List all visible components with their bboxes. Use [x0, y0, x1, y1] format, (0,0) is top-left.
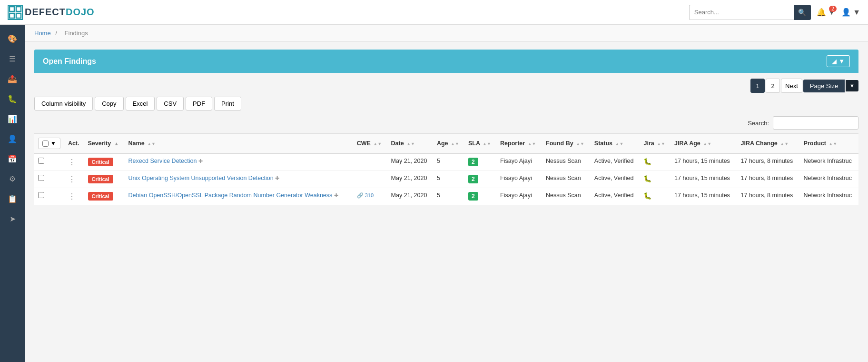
navbar: DEFECTDOJO 🔍 🔔 2 ▼ 👤 ▼	[0, 0, 868, 25]
table-row: ⋮ Critical Rexecd Service Detection ✚ Ma…	[34, 153, 858, 171]
th-sla[interactable]: SLA ▲▼	[464, 134, 496, 154]
th-jira-age[interactable]: JIRA Age ▲▼	[671, 134, 737, 154]
list-icon: ☰	[9, 54, 16, 63]
row-name-cell: Debian OpenSSH/OpenSSL Package Random Nu…	[125, 188, 353, 205]
cwe-link[interactable]: 🔗 310	[357, 192, 374, 198]
finding-name-link[interactable]: Rexecd Service Detection	[128, 158, 197, 164]
sidebar-item-forward[interactable]: ➤	[0, 209, 25, 229]
page-size-button[interactable]: Page Size	[803, 80, 845, 92]
row-found-by-cell: Nessus Scan	[542, 153, 591, 171]
date-sort-icon: ▲▼	[406, 142, 415, 146]
sidebar-item-menu[interactable]: ☰	[0, 49, 25, 69]
csv-button[interactable]: CSV	[157, 97, 184, 111]
search-button[interactable]: 🔍	[794, 5, 811, 20]
finding-name-link[interactable]: Unix Operating System Unsupported Versio…	[128, 175, 274, 181]
row-severity-cell: Critical	[84, 188, 125, 205]
row-reporter-cell: Fisayo Ajayi	[496, 171, 542, 188]
sidebar-item-user[interactable]: 👤	[0, 129, 25, 149]
svg-rect-1	[16, 7, 21, 11]
row-product-cell: Network Infrastruc	[800, 171, 858, 188]
page-size-caret-button[interactable]: ▼	[846, 80, 858, 91]
sidebar-item-dashboard[interactable]: 🎨	[0, 29, 25, 49]
chart-icon: 📊	[8, 114, 17, 123]
row-age-cell: 5	[433, 153, 464, 171]
notifications-button[interactable]: 🔔 2 ▼	[817, 8, 836, 17]
row-cwe-cell: 🔗 310	[353, 188, 387, 205]
row-checkbox[interactable]	[38, 175, 44, 181]
th-severity[interactable]: Severity ▲	[84, 134, 125, 154]
notifications-badge: 2	[829, 6, 837, 12]
severity-sort-icon: ▲	[114, 141, 119, 146]
th-select: ▼	[34, 134, 64, 154]
panel-title: Open Findings	[43, 57, 96, 66]
sidebar-item-bugs[interactable]: 🐛	[0, 89, 25, 109]
row-found-by-cell: Nessus Scan	[542, 171, 591, 188]
row-checkbox-cell	[34, 153, 64, 171]
sidebar-item-inbox[interactable]: 📤	[0, 69, 25, 89]
th-age[interactable]: Age ▲▼	[433, 134, 464, 154]
age-sort-icon: ▲▼	[451, 142, 459, 146]
row-actions-menu[interactable]: ⋮	[68, 192, 76, 201]
search-input[interactable]	[689, 5, 794, 20]
main-content: Home / Findings Open Findings ◢ ▼ 1 2 Ne…	[25, 25, 868, 362]
copy-button[interactable]: Copy	[95, 97, 123, 111]
row-date-cell: May 21, 2020	[387, 153, 433, 171]
filter-button[interactable]: ◢ ▼	[827, 55, 850, 67]
table-search-input[interactable]	[773, 116, 858, 130]
user-menu-button[interactable]: 👤 ▼	[841, 8, 860, 17]
sla-badge: 2	[468, 158, 478, 166]
user-sidebar-icon: 👤	[8, 134, 17, 143]
page-1-button[interactable]: 1	[750, 79, 765, 93]
row-jira-change-cell: 17 hours, 8 minutes	[737, 171, 800, 188]
excel-button[interactable]: Excel	[126, 97, 155, 111]
th-date[interactable]: Date ▲▼	[387, 134, 433, 154]
sidebar-item-settings[interactable]: ⚙	[0, 169, 25, 189]
th-name[interactable]: Name ▲▼	[125, 134, 353, 154]
th-reporter[interactable]: Reporter ▲▼	[496, 134, 542, 154]
filter-icon: ◢	[832, 58, 837, 65]
th-jira[interactable]: Jira ▲▼	[640, 134, 671, 154]
row-actions-menu[interactable]: ⋮	[68, 158, 76, 166]
th-status[interactable]: Status ▲▼	[591, 134, 640, 154]
page-2-button[interactable]: 2	[766, 79, 780, 93]
table-search-row: Search:	[34, 116, 858, 130]
column-select-button[interactable]: ▼	[38, 138, 60, 149]
print-button[interactable]: Print	[214, 97, 241, 111]
row-checkbox[interactable]	[38, 158, 44, 164]
row-checkbox[interactable]	[38, 192, 44, 198]
th-product[interactable]: Product ▲▼	[800, 134, 858, 154]
sidebar-item-charts[interactable]: 📊	[0, 109, 25, 129]
jira-age-sort-icon: ▲▼	[703, 142, 711, 146]
row-checkbox-cell	[34, 171, 64, 188]
select-caret: ▼	[50, 140, 56, 147]
th-found-by[interactable]: Found By ▲▼	[542, 134, 591, 154]
severity-badge: Critical	[88, 158, 113, 166]
bell-icon: 🔔	[817, 8, 826, 17]
th-jira-change[interactable]: JIRA Change ▲▼	[737, 134, 800, 154]
column-visibility-button[interactable]: Column visibility	[34, 97, 93, 111]
breadcrumb-home[interactable]: Home	[34, 30, 51, 37]
th-cwe[interactable]: CWE ▲▼	[353, 134, 387, 154]
calendar-icon: 📅	[8, 154, 17, 163]
row-status-cell: Active, Verified	[591, 153, 640, 171]
svg-rect-3	[16, 13, 21, 18]
hierarchy-icon: ✚	[334, 192, 338, 198]
sidebar-item-calendar[interactable]: 📅	[0, 149, 25, 169]
navbar-right: 🔍 🔔 2 ▼ 👤 ▼	[689, 5, 860, 20]
row-product-cell: Network Infrastruc	[800, 188, 858, 205]
row-product-cell: Network Infrastruc	[800, 153, 858, 171]
next-page-button[interactable]: Next	[781, 79, 802, 93]
row-cwe-cell	[353, 171, 387, 188]
status-sort-icon: ▲▼	[615, 142, 624, 146]
forward-icon: ➤	[10, 214, 16, 223]
row-actions-menu[interactable]: ⋮	[68, 175, 76, 183]
finding-name-link[interactable]: Debian OpenSSH/OpenSSL Package Random Nu…	[128, 192, 333, 199]
table-row: ⋮ Critical Debian OpenSSH/OpenSSL Packag…	[34, 188, 858, 205]
row-jira-change-cell: 17 hours, 8 minutes	[737, 188, 800, 205]
findings-table: ▼ Act. Severity ▲ Name ▲▼	[34, 133, 858, 205]
select-all-checkbox[interactable]	[42, 141, 49, 147]
sidebar-item-reports[interactable]: 📋	[0, 189, 25, 209]
pdf-button[interactable]: PDF	[186, 97, 212, 111]
hierarchy-icon: ✚	[275, 175, 279, 181]
sla-badge: 2	[468, 175, 478, 183]
